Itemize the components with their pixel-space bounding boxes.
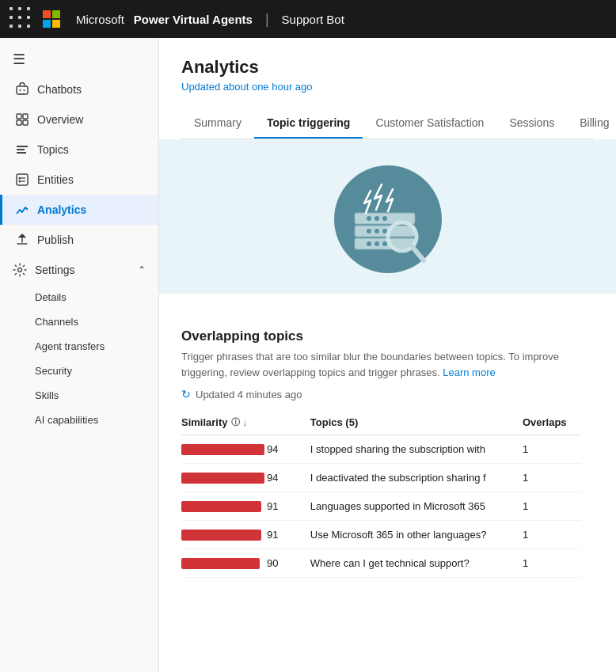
- svg-rect-7: [17, 174, 28, 185]
- sidebar-item-entities[interactable]: Entities: [0, 165, 158, 195]
- settings-label: Settings: [35, 264, 75, 276]
- svg-rect-3: [17, 114, 21, 119]
- svg-point-8: [19, 177, 21, 180]
- sidebar-subitem-ai-capabilities[interactable]: AI capabilities: [35, 408, 158, 432]
- sidebar-item-topics[interactable]: Topics: [0, 135, 158, 165]
- svg-point-15: [367, 216, 371, 221]
- svg-point-2: [24, 89, 25, 91]
- top-navigation: Microsoft Power Virtual Agents | Support…: [0, 0, 616, 38]
- overlaps-value: 1: [523, 435, 581, 464]
- section-description: Trigger phrases that are too similar blu…: [181, 349, 594, 380]
- sidebar-item-overview[interactable]: Overview: [0, 104, 158, 135]
- entities-label: Entities: [37, 173, 74, 186]
- page-subtitle: Updated about one hour ago: [181, 81, 594, 93]
- svg-rect-0: [17, 86, 28, 94]
- sidebar-item-analytics[interactable]: Analytics: [0, 195, 158, 225]
- overlaps-value: 1: [523, 549, 581, 578]
- similarity-value: 90: [267, 557, 286, 569]
- bot-name: Support Bot: [282, 13, 344, 26]
- similarity-info-icon[interactable]: ⓘ: [231, 416, 240, 428]
- svg-point-10: [18, 268, 22, 272]
- tab-billing[interactable]: Billing: [567, 108, 616, 139]
- sidebar: ☰ Chatbots Overview Topics Entities: [0, 38, 159, 672]
- sidebar-subitem-agent-transfers[interactable]: Agent transfers: [35, 334, 158, 359]
- topic-name: I stopped sharing the subscription with: [310, 435, 523, 464]
- illustration-area: [159, 139, 616, 294]
- similarity-value: 91: [267, 529, 286, 541]
- learn-more-link[interactable]: Learn more: [443, 366, 495, 378]
- sidebar-item-publish[interactable]: Publish: [0, 225, 158, 255]
- chatbots-icon: [15, 82, 29, 97]
- svg-point-22: [375, 241, 379, 246]
- sidebar-subitem-skills[interactable]: Skills: [35, 383, 158, 408]
- col-similarity: Similarity ⓘ ↓: [181, 410, 310, 435]
- updated-row: ↻ Updated 4 minutes ago: [181, 388, 594, 401]
- similarity-sort-icon[interactable]: ↓: [243, 418, 248, 427]
- topic-illustration: [325, 150, 451, 284]
- svg-point-18: [367, 229, 371, 233]
- overlaps-value: 1: [523, 492, 581, 521]
- app-grid-icon[interactable]: [10, 7, 33, 31]
- topics-table-container: Similarity ⓘ ↓ Topics (5) Overlaps: [181, 410, 594, 578]
- svg-rect-6: [23, 120, 28, 125]
- table-row[interactable]: 91 Languages supported in Microsoft 365 …: [181, 492, 581, 521]
- sidebar-subitem-details[interactable]: Details: [35, 285, 158, 309]
- svg-point-21: [367, 241, 371, 246]
- overlaps-value: 1: [523, 521, 581, 549]
- svg-point-23: [382, 241, 387, 246]
- similarity-cell: 90: [181, 549, 310, 578]
- overview-icon: [15, 112, 29, 127]
- tab-customer-satisfaction[interactable]: Customer Satisfaction: [363, 108, 496, 139]
- settings-submenu: Details Channels Agent transfers Securit…: [0, 285, 158, 432]
- table-row[interactable]: 90 Where can I get technical support? 1: [181, 549, 581, 578]
- main-content: Analytics Updated about one hour ago Sum…: [159, 38, 616, 672]
- topic-name: Where can I get technical support?: [310, 549, 523, 578]
- similarity-cell: 94: [181, 435, 310, 464]
- topics-table: Similarity ⓘ ↓ Topics (5) Overlaps: [181, 410, 581, 578]
- settings-chevron: ⌃: [138, 264, 146, 275]
- overlaps-value: 1: [523, 464, 581, 492]
- tab-sessions[interactable]: Sessions: [496, 108, 567, 139]
- analytics-icon: [15, 203, 29, 217]
- topics-label: Topics: [37, 143, 69, 156]
- similarity-cell: 94: [181, 464, 310, 492]
- topics-icon: [15, 142, 29, 157]
- microsoft-label: Microsoft: [76, 13, 124, 26]
- sidebar-subitem-security[interactable]: Security: [35, 359, 158, 383]
- microsoft-logo: [43, 10, 60, 28]
- analytics-label: Analytics: [37, 203, 86, 216]
- hamburger-menu[interactable]: ☰: [0, 38, 158, 74]
- svg-rect-4: [23, 114, 28, 119]
- topic-name: I deactivated the subscription sharing f: [310, 464, 523, 492]
- similarity-cell: 91: [181, 521, 310, 549]
- sidebar-subitem-channels[interactable]: Channels: [35, 309, 158, 334]
- similarity-value: 91: [267, 500, 286, 512]
- settings-icon: [13, 263, 27, 277]
- app-title: Power Virtual Agents: [134, 13, 253, 26]
- tab-topic-triggering[interactable]: Topic triggering: [254, 108, 363, 139]
- title-divider: |: [265, 11, 269, 28]
- tabs-bar: Summary Topic triggering Customer Satisf…: [181, 108, 594, 139]
- similarity-cell: 91: [181, 492, 310, 521]
- table-row[interactable]: 94 I deactivated the subscription sharin…: [181, 464, 581, 492]
- similarity-value: 94: [267, 443, 286, 455]
- tab-summary[interactable]: Summary: [181, 108, 254, 139]
- publish-icon: [15, 233, 29, 247]
- table-row[interactable]: 94 I stopped sharing the subscription wi…: [181, 435, 581, 464]
- updated-label: Updated 4 minutes ago: [196, 389, 302, 401]
- overview-label: Overview: [37, 113, 83, 126]
- svg-point-17: [382, 216, 387, 221]
- svg-point-1: [20, 89, 21, 91]
- section-title: Overlapping topics: [181, 328, 594, 344]
- refresh-icon: ↻: [181, 388, 191, 401]
- table-row[interactable]: 91 Use Microsoft 365 in other languages?…: [181, 521, 581, 549]
- overlapping-topics-section: Overlapping topics Trigger phrases that …: [181, 313, 594, 401]
- similarity-value: 94: [267, 472, 286, 484]
- entities-icon: [15, 173, 29, 187]
- topic-name: Use Microsoft 365 in other languages?: [310, 521, 523, 549]
- sidebar-item-chatbots[interactable]: Chatbots: [0, 74, 158, 104]
- sidebar-item-settings[interactable]: Settings ⌃: [0, 255, 158, 285]
- svg-point-9: [19, 180, 21, 183]
- publish-label: Publish: [37, 233, 74, 246]
- svg-point-16: [375, 216, 379, 221]
